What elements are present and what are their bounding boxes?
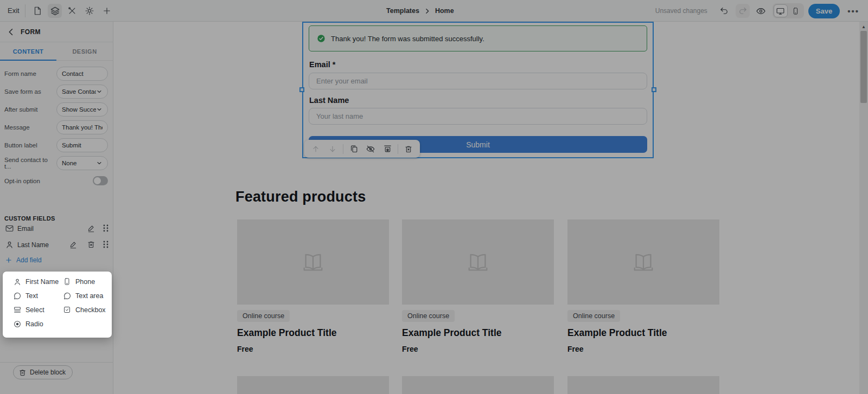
scroll-up-arrow[interactable]: ▲ <box>859 23 868 30</box>
back-button[interactable] <box>7 27 16 37</box>
product-price: Free <box>402 345 554 353</box>
setting-label: Send contact to t... <box>4 157 56 170</box>
product-card[interactable]: Online course Example Product Title Free <box>402 219 554 353</box>
tab-content[interactable]: CONTENT <box>0 42 56 60</box>
delete-block-button[interactable]: Delete block <box>13 365 73 379</box>
move-up-button[interactable] <box>309 143 322 156</box>
undo-button[interactable] <box>717 4 731 18</box>
email-field-label: Email * <box>309 60 335 69</box>
setting-message: Message Thank you! The form w <box>0 118 113 136</box>
field-type-phone[interactable]: Phone <box>63 277 112 286</box>
success-message-text: Thank you! The form was submitted succes… <box>331 35 484 43</box>
redo-button[interactable] <box>736 4 750 18</box>
chevron-left-icon <box>7 27 16 37</box>
breadcrumb-home[interactable]: Home <box>435 7 454 15</box>
open-book-icon <box>465 250 490 275</box>
input-value: Contact <box>62 70 103 77</box>
save-form-as-select[interactable]: Save Contact <box>56 85 108 99</box>
resize-handle-left[interactable] <box>299 87 304 92</box>
input-value: Thank you! The form w <box>62 124 103 131</box>
desktop-view-button[interactable] <box>774 4 788 17</box>
field-type-radio[interactable]: Radio <box>13 319 63 328</box>
field-type-label: Text area <box>75 292 103 300</box>
drag-handle-icon[interactable] <box>102 240 112 250</box>
setting-form-name: Form name Contact <box>0 64 113 82</box>
form-settings-list: Form name Contact Save form as Save Cont… <box>0 64 113 190</box>
field-type-label: Checkbox <box>75 306 106 314</box>
add-field-button[interactable]: Add field <box>5 256 42 264</box>
check-circle-icon <box>317 34 326 43</box>
save-to-library-button[interactable] <box>381 143 394 156</box>
checkbox-icon <box>63 306 72 314</box>
resize-handle-right[interactable] <box>652 87 656 92</box>
field-type-text-area[interactable]: Text area <box>63 291 112 300</box>
product-price: Free <box>237 345 389 353</box>
edit-field-button[interactable] <box>69 240 79 250</box>
custom-field-last-name[interactable]: Last Name <box>0 237 113 253</box>
message-input[interactable]: Thank you! The form w <box>56 120 108 134</box>
vertical-scrollbar[interactable]: ▲ <box>859 22 868 394</box>
last-name-input[interactable] <box>309 108 647 125</box>
field-type-first-name[interactable]: First Name <box>13 277 63 286</box>
field-type-text[interactable]: Text <box>13 291 63 300</box>
delete-button[interactable] <box>402 143 415 156</box>
tab-design[interactable]: DESIGN <box>56 42 113 60</box>
product-card[interactable]: Online course Example Product Title Free <box>567 219 719 353</box>
exit-button[interactable]: Exit <box>5 5 22 16</box>
text-area-icon <box>63 292 72 300</box>
chevron-down-icon <box>96 160 103 166</box>
save-button[interactable]: Save <box>808 4 840 18</box>
field-type-label: Radio <box>25 320 43 328</box>
move-down-button[interactable] <box>326 143 339 156</box>
duplicate-button[interactable] <box>347 143 360 156</box>
product-badge: Online course <box>237 310 290 322</box>
setting-label: Save form as <box>4 88 41 95</box>
open-book-icon <box>301 250 326 275</box>
product-image-placeholder <box>237 219 389 305</box>
drag-handle-icon[interactable] <box>102 224 112 234</box>
delete-field-button[interactable] <box>87 240 97 250</box>
add-element-button[interactable] <box>100 4 114 18</box>
breadcrumb-templates[interactable]: Templates <box>386 7 419 15</box>
hide-block-button[interactable] <box>364 143 377 156</box>
tools-button[interactable] <box>65 4 79 18</box>
custom-field-email[interactable]: Email <box>0 221 113 237</box>
form-name-input[interactable]: Contact <box>56 67 108 81</box>
opt-in-toggle[interactable] <box>93 176 108 185</box>
person-icon <box>13 277 22 286</box>
product-card[interactable]: Online course Example Product Title Free <box>237 219 389 353</box>
edit-field-button[interactable] <box>87 224 97 234</box>
custom-field-label: Email <box>17 225 34 232</box>
email-input[interactable] <box>309 73 647 89</box>
setting-label: Button label <box>4 142 37 148</box>
field-type-label: First Name <box>25 278 59 286</box>
preview-button[interactable] <box>754 4 768 18</box>
mobile-view-button[interactable] <box>789 4 803 17</box>
topbar-right-group: Unsaved changes Save ••• <box>655 0 863 22</box>
settings-button[interactable] <box>82 4 97 18</box>
toolbar-divider <box>25 4 25 17</box>
send-contact-select[interactable]: None <box>56 156 108 170</box>
custom-field-label: Last Name <box>17 241 49 249</box>
app-window: Exit Templates Home Unsaved changes <box>0 0 868 394</box>
field-type-select[interactable]: Select <box>13 305 63 314</box>
device-toggle-group <box>773 3 804 18</box>
after-submit-select[interactable]: Show Success ... <box>56 102 108 117</box>
button-label-input[interactable]: Submit <box>56 138 108 152</box>
select-value: None <box>62 160 96 166</box>
field-type-checkbox[interactable]: Checkbox <box>63 305 112 314</box>
pages-button[interactable] <box>30 4 44 18</box>
layers-button[interactable] <box>48 4 62 18</box>
form-settings-panel: FORM CONTENT DESIGN Form name Contact Sa… <box>0 22 113 394</box>
scrollbar-thumb[interactable] <box>860 31 867 103</box>
product-badge: Online course <box>567 310 620 322</box>
more-options-button[interactable]: ••• <box>844 7 863 16</box>
selected-form-block[interactable]: Thank you! The form was submitted succes… <box>302 22 654 158</box>
eye-icon <box>756 6 766 16</box>
tools-icon <box>67 6 77 16</box>
field-type-label: Phone <box>75 278 95 286</box>
person-icon <box>5 240 14 249</box>
plus-icon <box>102 6 112 16</box>
product-image-placeholder <box>567 376 719 394</box>
gear-icon <box>85 6 94 16</box>
